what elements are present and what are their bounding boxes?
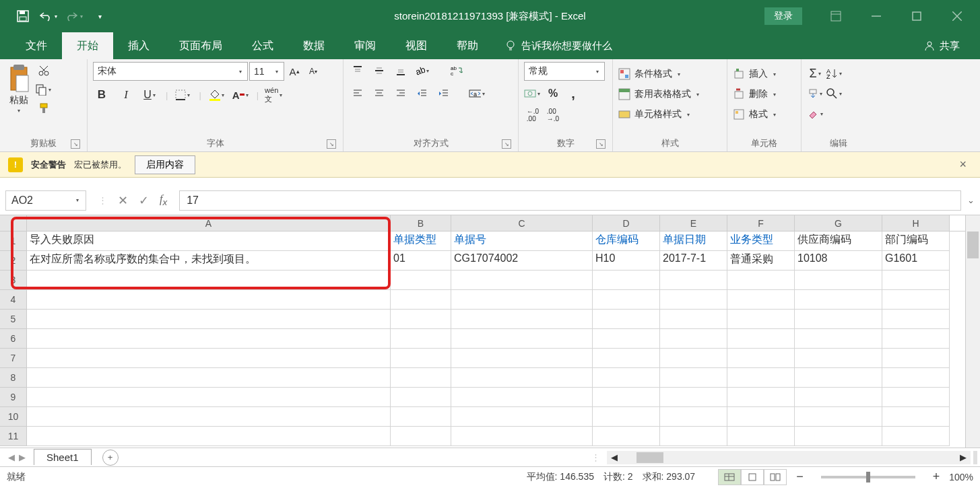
formula-bar[interactable]: 17 xyxy=(179,190,961,211)
cell-F5[interactable] xyxy=(727,310,795,329)
number-dialog-launcher[interactable]: ↘ xyxy=(596,139,606,149)
zoom-out-button[interactable]: − xyxy=(796,470,804,484)
cell-D1[interactable]: 仓库编码 xyxy=(593,231,660,251)
cell-B10[interactable] xyxy=(391,407,451,427)
row-header[interactable]: 10 xyxy=(0,407,27,427)
tab-insert[interactable]: 插入 xyxy=(113,32,164,59)
save-button[interactable] xyxy=(11,5,35,28)
cell-C2[interactable]: CG17074002 xyxy=(451,251,593,271)
cell-H8[interactable] xyxy=(882,368,950,388)
percent-format-button[interactable]: % xyxy=(544,85,562,102)
tab-layout[interactable]: 页面布局 xyxy=(164,32,237,59)
cell-D3[interactable] xyxy=(593,271,660,290)
align-bottom-button[interactable] xyxy=(392,62,410,79)
cell-H4[interactable] xyxy=(882,290,950,310)
tab-help[interactable]: 帮助 xyxy=(442,32,493,59)
cell-D8[interactable] xyxy=(593,368,660,388)
horizontal-scrollbar[interactable]: ◀ ▶ xyxy=(607,451,971,464)
cell-C1[interactable]: 单据号 xyxy=(451,231,593,251)
cell-B8[interactable] xyxy=(391,368,451,388)
increase-font-button[interactable]: A▴ xyxy=(286,63,303,80)
cell-G1[interactable]: 供应商编码 xyxy=(795,231,882,251)
login-button[interactable]: 登录 xyxy=(764,7,802,25)
format-cells-button[interactable]: 格式▾ xyxy=(733,105,777,124)
hscroll-right[interactable]: ▶ xyxy=(956,452,971,462)
zoom-in-button[interactable]: + xyxy=(933,470,940,484)
cell-D6[interactable] xyxy=(593,329,660,349)
cell-A9[interactable] xyxy=(27,388,391,407)
cell-C10[interactable] xyxy=(451,407,593,427)
font-color-button[interactable]: A▾ xyxy=(232,86,250,104)
hscroll-left[interactable]: ◀ xyxy=(607,452,622,462)
format-painter-button[interactable] xyxy=(35,100,53,117)
phonetic-button[interactable]: wén文▾ xyxy=(265,86,283,104)
cell-A7[interactable] xyxy=(27,349,391,368)
conditional-format-button[interactable]: 条件格式▾ xyxy=(618,65,682,83)
cell-B2[interactable]: 01 xyxy=(391,251,451,271)
cell-G7[interactable] xyxy=(795,349,882,368)
cell-C4[interactable] xyxy=(451,290,593,310)
row-header[interactable]: 7 xyxy=(0,349,27,368)
col-header-B[interactable]: B xyxy=(391,215,451,231)
row-header[interactable]: 11 xyxy=(0,427,27,446)
row-header[interactable]: 2 xyxy=(0,251,27,271)
cell-D5[interactable] xyxy=(593,310,660,329)
row-header[interactable]: 5 xyxy=(0,310,27,329)
merge-center-button[interactable]: a▾ xyxy=(469,85,486,102)
cut-button[interactable] xyxy=(35,62,53,79)
wrap-text-button[interactable]: abc xyxy=(447,62,465,79)
cell-E7[interactable] xyxy=(660,349,727,368)
cell-H3[interactable] xyxy=(882,271,950,290)
cell-E4[interactable] xyxy=(660,290,727,310)
cell-C7[interactable] xyxy=(451,349,593,368)
minimize-button[interactable] xyxy=(856,0,896,32)
row-header[interactable]: 1 xyxy=(0,231,27,251)
cell-B5[interactable] xyxy=(391,310,451,329)
cell-D4[interactable] xyxy=(593,290,660,310)
clipboard-dialog-launcher[interactable]: ↘ xyxy=(71,139,80,149)
font-name-combo[interactable]: 宋体▾ xyxy=(93,62,248,81)
view-page-layout-button[interactable] xyxy=(741,469,764,485)
cell-C11[interactable] xyxy=(451,427,593,446)
tab-formula[interactable]: 公式 xyxy=(237,32,288,59)
cell-C5[interactable] xyxy=(451,310,593,329)
cell-E1[interactable]: 单据日期 xyxy=(660,231,727,251)
col-header-F[interactable]: F xyxy=(727,215,795,231)
fill-button[interactable]: ▾ xyxy=(807,85,824,102)
cell-F2[interactable]: 普通采购 xyxy=(727,251,795,271)
tab-home[interactable]: 开始 xyxy=(62,32,113,59)
cell-F6[interactable] xyxy=(727,329,795,349)
font-dialog-launcher[interactable]: ↘ xyxy=(327,139,336,149)
delete-cells-button[interactable]: 删除▾ xyxy=(733,85,777,104)
cell-G10[interactable] xyxy=(795,407,882,427)
row-header[interactable]: 3 xyxy=(0,271,27,290)
name-box[interactable]: AO2▾ xyxy=(5,190,86,211)
cell-C3[interactable] xyxy=(451,271,593,290)
font-size-combo[interactable]: 11▾ xyxy=(249,62,284,81)
comma-format-button[interactable]: , xyxy=(564,85,582,102)
tab-review[interactable]: 审阅 xyxy=(339,32,391,59)
cell-H10[interactable] xyxy=(882,407,950,427)
cell-B11[interactable] xyxy=(391,427,451,446)
align-center-button[interactable] xyxy=(370,85,388,102)
qat-customize[interactable]: ▾ xyxy=(88,5,112,28)
clear-button[interactable]: ▾ xyxy=(807,105,824,122)
cell-F8[interactable] xyxy=(727,368,795,388)
decrease-font-button[interactable]: A▾ xyxy=(304,63,322,80)
cell-B6[interactable] xyxy=(391,329,451,349)
cell-A10[interactable] xyxy=(27,407,391,427)
cell-F1[interactable]: 业务类型 xyxy=(727,231,795,251)
insert-cells-button[interactable]: 插入▾ xyxy=(733,65,777,83)
cell-G11[interactable] xyxy=(795,427,882,446)
accounting-format-button[interactable]: ▾ xyxy=(524,85,542,102)
cell-H5[interactable] xyxy=(882,310,950,329)
cell-G3[interactable] xyxy=(795,271,882,290)
select-all-button[interactable] xyxy=(0,215,27,231)
copy-button[interactable]: ▾ xyxy=(35,81,53,98)
autosum-button[interactable]: Σ▾ xyxy=(807,65,824,82)
close-button[interactable] xyxy=(937,0,977,32)
cell-G6[interactable] xyxy=(795,329,882,349)
cell-E2[interactable]: 2017-7-1 xyxy=(660,251,727,271)
view-page-break-button[interactable] xyxy=(764,469,787,485)
cell-E8[interactable] xyxy=(660,368,727,388)
